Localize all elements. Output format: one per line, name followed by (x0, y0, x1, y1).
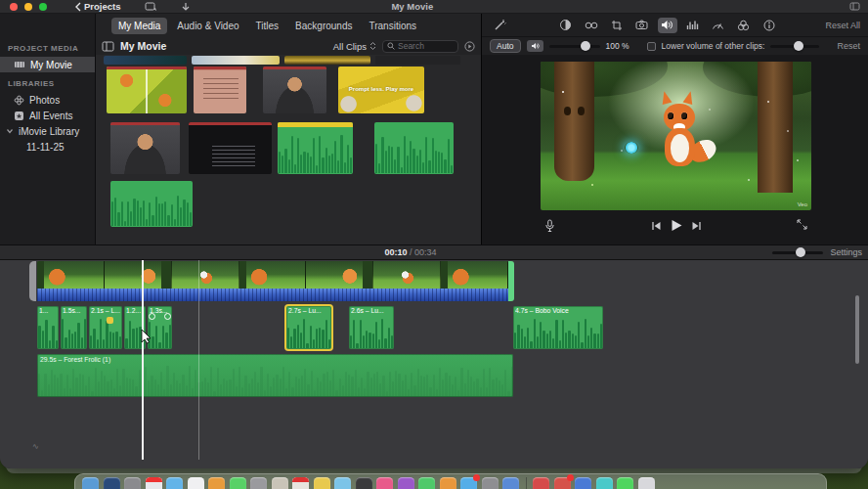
video-track[interactable] (37, 261, 508, 289)
audio-clip[interactable]: 2.6s – Lu... (349, 306, 394, 349)
timeline-zoom-knob[interactable] (796, 247, 805, 257)
dock-app-icon[interactable] (208, 477, 225, 489)
video-audio-band[interactable] (37, 289, 508, 301)
dock-app-icon[interactable] (188, 477, 204, 489)
zoom-button[interactable] (39, 3, 47, 11)
dock-app-icon[interactable] (250, 477, 267, 489)
thumbnail-promo[interactable]: Prompt less. Play more (338, 67, 424, 113)
playhead[interactable] (142, 260, 144, 460)
voiceover-mic-button[interactable] (544, 219, 555, 233)
audio-clip[interactable]: 2.7s – Lu... (286, 306, 331, 349)
dock-app-icon[interactable] (314, 477, 330, 489)
audio-clip[interactable]: 4.7s – Bobo Voice (513, 306, 603, 349)
dock-app-icon[interactable] (376, 477, 393, 489)
reset-all-button[interactable]: Reset All (825, 21, 860, 30)
crop-icon[interactable] (607, 18, 627, 33)
thumbnail-screen[interactable] (189, 122, 272, 174)
search-field[interactable] (382, 40, 458, 53)
dock-app-icon[interactable] (292, 477, 309, 489)
thumbnail-sliv-blue[interactable] (104, 56, 187, 65)
sidebar-item-photos[interactable]: Photos (0, 92, 95, 108)
dock-app-icon[interactable] (146, 477, 162, 489)
sidebar-item-11-11-25[interactable]: 11-11-25 (0, 139, 95, 155)
dock-app-icon[interactable] (502, 477, 519, 489)
speed-icon[interactable] (709, 18, 728, 33)
stabilization-icon[interactable] (632, 18, 652, 33)
thumbnail-wave[interactable] (374, 122, 454, 174)
video-clip-end-handle[interactable] (508, 261, 514, 301)
thumbnail-notes[interactable] (194, 67, 246, 113)
fullscreen-button[interactable] (797, 219, 807, 230)
play-filtered-icon[interactable] (464, 41, 475, 52)
dock-app-icon[interactable] (460, 477, 477, 489)
clip-trim-handle[interactable] (29, 261, 36, 301)
audio-clip[interactable]: 1... (37, 306, 59, 349)
mute-speaker-button[interactable] (527, 40, 543, 52)
dock-app-icon[interactable] (482, 477, 499, 489)
close-button[interactable] (10, 3, 18, 11)
lower-volume-checkbox[interactable] (647, 42, 656, 51)
enhance-magic-wand-icon[interactable] (490, 18, 509, 33)
tab-backgrounds[interactable]: Backgrounds (288, 18, 359, 34)
dock-app-icon[interactable] (272, 477, 288, 489)
search-input[interactable] (398, 41, 454, 51)
dock-app-icon[interactable] (230, 477, 246, 489)
thumbnail-fox-collage[interactable] (107, 67, 187, 113)
music-clip[interactable]: 29.5s – Forest Frolic (1) (37, 354, 513, 397)
dock-app-icon[interactable] (398, 477, 414, 489)
next-frame-button[interactable] (691, 221, 701, 231)
filters-icon[interactable] (734, 18, 754, 33)
clip-filter-dropdown[interactable]: All Clips (333, 41, 376, 52)
dock-app-icon[interactable] (82, 477, 99, 489)
thumbnail-wave[interactable] (110, 181, 193, 227)
previous-frame-button[interactable] (651, 221, 661, 231)
thumbnail-sliv-gold[interactable] (284, 56, 370, 65)
projects-back-button[interactable]: Projects (74, 1, 121, 12)
tab-audio-video[interactable]: Audio & Video (170, 18, 245, 34)
dock-app-icon[interactable] (575, 477, 591, 489)
tab-titles[interactable]: Titles (249, 18, 286, 34)
dock-app-icon[interactable] (638, 477, 655, 489)
dock-app-icon[interactable] (617, 477, 633, 489)
thumbnail-webcam[interactable] (110, 122, 180, 174)
reset-button[interactable]: Reset (837, 41, 860, 51)
sidebar-item-all-events[interactable]: All Events (0, 108, 95, 123)
sidebar-item-imovie-library[interactable]: iMovie Library (0, 123, 95, 139)
lower-volume-slider[interactable] (770, 45, 819, 48)
dock-app-icon[interactable] (124, 477, 141, 489)
auto-volume-button[interactable]: Auto (490, 39, 521, 53)
dock-app-icon[interactable] (440, 477, 456, 489)
project-settings-icon[interactable] (145, 2, 157, 12)
volume-slider[interactable] (549, 45, 600, 48)
timeline-scrollbar[interactable] (855, 295, 859, 364)
color-correction-icon[interactable] (582, 18, 601, 33)
dock-app-icon[interactable] (356, 477, 372, 489)
sidebar-toggle-icon[interactable] (102, 41, 114, 52)
lower-volume-knob[interactable] (794, 41, 803, 51)
timeline-settings-button[interactable]: Settings (830, 247, 862, 257)
tab-my-media[interactable]: My Media (111, 18, 167, 34)
audio-clip[interactable]: 2.1s – L... (89, 306, 122, 349)
dock-app-icon[interactable] (418, 477, 435, 489)
thumbnail-sliv-dark[interactable] (375, 56, 460, 65)
dock-app-icon[interactable] (596, 477, 613, 489)
color-balance-icon[interactable] (556, 18, 576, 33)
tab-transitions[interactable]: Transitions (362, 18, 423, 34)
audio-clip[interactable]: 1.5s... (61, 306, 87, 349)
thumbnail-webcam[interactable] (263, 67, 326, 113)
thumbnail-wave-yellow[interactable] (278, 122, 353, 174)
fade-handle[interactable] (164, 313, 171, 320)
minimize-button[interactable] (24, 3, 32, 11)
fade-handle[interactable] (149, 313, 155, 320)
dock-app-icon[interactable] (554, 477, 571, 489)
dock-app-icon[interactable] (334, 477, 351, 489)
dock-app-icon[interactable] (166, 477, 183, 489)
import-media-icon[interactable] (181, 2, 191, 12)
thumbnail-sliv-pale[interactable] (192, 56, 280, 65)
dock-app-icon[interactable] (104, 477, 120, 489)
dock-app-icon[interactable] (533, 477, 549, 489)
window-layout-icon[interactable] (849, 2, 860, 11)
noise-reduction-icon[interactable] (683, 18, 703, 33)
info-icon[interactable] (760, 18, 779, 33)
sidebar-item-my-movie[interactable]: My Movie (0, 57, 95, 72)
